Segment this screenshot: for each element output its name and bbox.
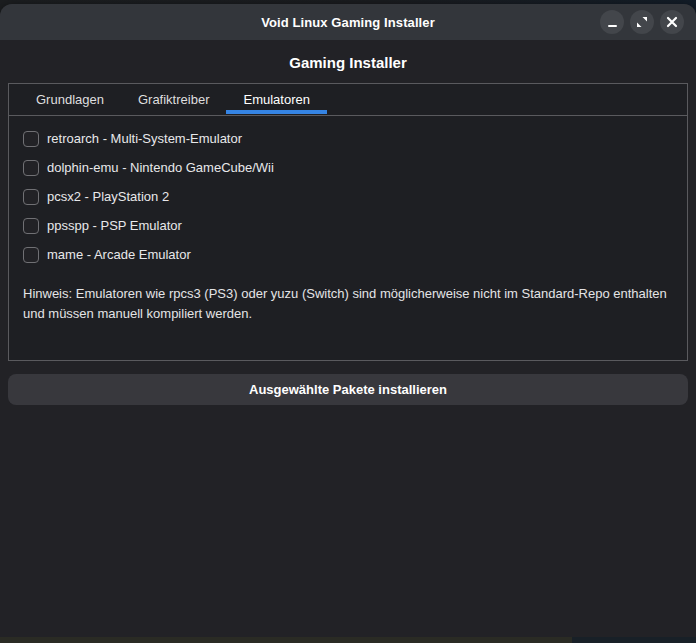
tab-content-emulatoren: retroarch - Multi-System-Emulator dolphi…	[9, 116, 687, 324]
tab-emulatoren[interactable]: Emulatoren	[226, 84, 326, 115]
minimize-icon	[608, 25, 617, 27]
window-controls	[600, 4, 684, 40]
maximize-button[interactable]	[630, 10, 654, 34]
window-title: Void Linux Gaming Installer	[261, 15, 435, 30]
maximize-icon	[636, 16, 648, 28]
hint-text: Hinweis: Emulatoren wie rpcs3 (PS3) oder…	[23, 284, 673, 324]
checkbox-ppsspp[interactable]	[23, 218, 39, 234]
package-label: retroarch - Multi-System-Emulator	[47, 131, 242, 146]
package-row-retroarch[interactable]: retroarch - Multi-System-Emulator	[23, 124, 673, 153]
titlebar[interactable]: Void Linux Gaming Installer	[0, 4, 696, 40]
page-title: Gaming Installer	[8, 40, 688, 83]
tab-grundlagen[interactable]: Grundlagen	[19, 84, 121, 115]
tab-grafiktreiber[interactable]: Grafiktreiber	[121, 84, 227, 115]
app-window: Void Linux Gaming Installer	[0, 4, 696, 637]
desktop-bottom-left	[0, 637, 572, 643]
desktop-background: Void Linux Gaming Installer	[0, 0, 696, 643]
package-label: ppsspp - PSP Emulator	[47, 218, 182, 233]
install-button[interactable]: Ausgewählte Pakete installieren	[8, 374, 688, 405]
window-content: Gaming Installer Grundlagen Grafiktreibe…	[0, 40, 696, 405]
checkbox-pcsx2[interactable]	[23, 189, 39, 205]
tab-bar: Grundlagen Grafiktreiber Emulatoren	[9, 84, 687, 116]
package-row-dolphin-emu[interactable]: dolphin-emu - Nintendo GameCube/Wii	[23, 153, 673, 182]
notebook: Grundlagen Grafiktreiber Emulatoren retr…	[8, 83, 688, 361]
close-icon	[666, 16, 678, 28]
package-label: pcsx2 - PlayStation 2	[47, 189, 169, 204]
package-row-pcsx2[interactable]: pcsx2 - PlayStation 2	[23, 182, 673, 211]
package-row-ppsspp[interactable]: ppsspp - PSP Emulator	[23, 211, 673, 240]
package-row-mame[interactable]: mame - Arcade Emulator	[23, 240, 673, 269]
checkbox-dolphin-emu[interactable]	[23, 160, 39, 176]
close-button[interactable]	[660, 10, 684, 34]
desktop-bottom-right	[572, 637, 696, 643]
package-label: dolphin-emu - Nintendo GameCube/Wii	[47, 160, 274, 175]
checkbox-mame[interactable]	[23, 247, 39, 263]
package-label: mame - Arcade Emulator	[47, 247, 191, 262]
minimize-button[interactable]	[600, 10, 624, 34]
checkbox-retroarch[interactable]	[23, 131, 39, 147]
desktop-bottom-edge	[0, 637, 696, 643]
